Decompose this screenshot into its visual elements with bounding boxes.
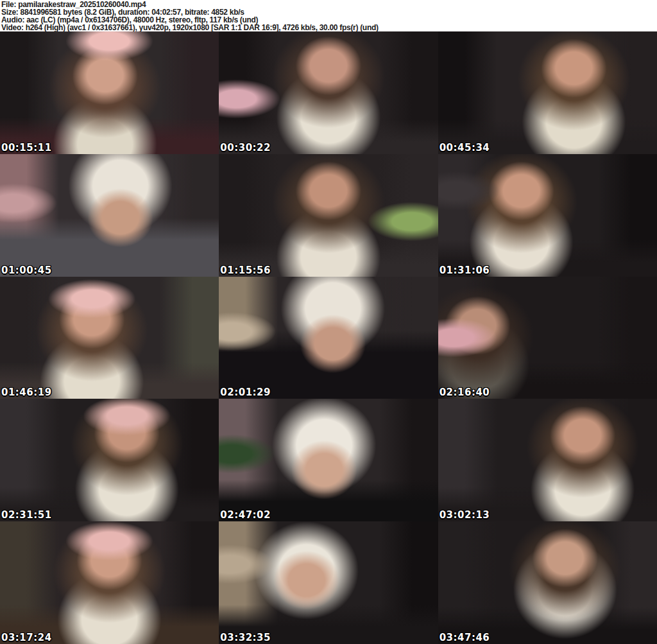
thumbnail-grid: 00:15:1100:30:2200:45:3401:00:4501:15:56… (0, 31, 657, 644)
video-thumbnail[interactable]: 03:47:46 (438, 521, 657, 644)
video-thumbnail[interactable]: 02:47:02 (219, 399, 438, 521)
video-thumbnail[interactable]: 00:45:34 (438, 31, 657, 154)
thumbnail-timestamp: 03:02:13 (439, 510, 490, 521)
thumbnail-timestamp: 02:31:51 (1, 510, 52, 521)
thumbnail-timestamp: 03:47:46 (439, 632, 490, 643)
video-thumbnail[interactable]: 03:32:35 (219, 521, 438, 644)
video-info-line: Video: h264 (High) (avc1 / 0x31637661), … (1, 24, 657, 31)
thumbnail-timestamp: 00:30:22 (220, 143, 271, 153)
thumbnail-timestamp: 02:01:29 (220, 387, 271, 398)
video-thumbnail[interactable]: 00:30:22 (219, 31, 438, 154)
thumbnail-timestamp: 00:45:34 (439, 143, 490, 153)
thumbnail-timestamp: 02:16:40 (439, 387, 490, 398)
video-thumbnail[interactable]: 01:00:45 (0, 154, 219, 277)
video-thumbnail[interactable]: 01:15:56 (219, 154, 438, 277)
video-thumbnail[interactable]: 01:46:19 (0, 277, 219, 399)
video-thumbnail[interactable]: 02:31:51 (0, 399, 219, 521)
media-info-header: File: pamilarakestraw_202510260040.mp4 S… (0, 0, 657, 31)
thumbnail-timestamp: 01:00:45 (1, 265, 52, 276)
video-thumbnail[interactable]: 03:17:24 (0, 521, 219, 644)
thumbnail-timestamp: 01:31:06 (439, 265, 490, 276)
thumbnail-timestamp: 03:32:35 (220, 632, 271, 643)
video-thumbnail[interactable]: 02:01:29 (219, 277, 438, 399)
thumbnail-timestamp: 00:15:11 (1, 143, 52, 153)
video-thumbnail[interactable]: 03:02:13 (438, 399, 657, 521)
video-contact-sheet: File: pamilarakestraw_202510260040.mp4 S… (0, 0, 657, 644)
video-thumbnail[interactable]: 01:31:06 (438, 154, 657, 277)
thumbnail-timestamp: 03:17:24 (1, 632, 52, 643)
thumbnail-timestamp: 01:15:56 (220, 265, 271, 276)
thumbnail-timestamp: 02:47:02 (220, 510, 271, 521)
video-thumbnail[interactable]: 02:16:40 (438, 277, 657, 399)
thumbnail-timestamp: 01:46:19 (1, 387, 52, 398)
video-thumbnail[interactable]: 00:15:11 (0, 31, 219, 154)
